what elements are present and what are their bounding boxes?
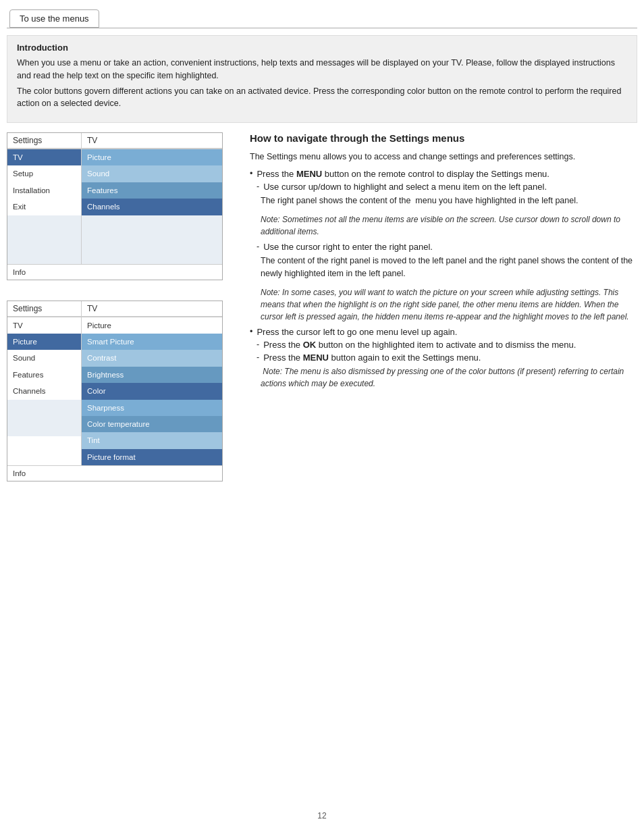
instruction-text-6: Press the cursor left to go one menu lev… bbox=[257, 327, 457, 337]
instruction-text-2: Use cursor up/down to highlight and sele… bbox=[263, 182, 547, 192]
menu1-right-panel: Picture Sound Features Channels bbox=[82, 149, 222, 264]
menu2-right-tint: Tint bbox=[82, 432, 222, 448]
bullet-sym-1: • bbox=[250, 169, 252, 179]
menu-diagram-2: Settings TV TV Picture Sound Features Ch… bbox=[7, 301, 223, 482]
menu2-left-channels: Channels bbox=[7, 383, 81, 399]
menu-diagram-1: Settings TV TV Setup Installation Exit P… bbox=[7, 132, 223, 280]
menu1-right-sound: Sound bbox=[82, 165, 222, 182]
instruction-dash-1: - Use cursor up/down to highlight and se… bbox=[257, 182, 637, 192]
right-column: How to navigate through the Settings men… bbox=[250, 132, 637, 502]
intro-title: Introduction bbox=[17, 43, 627, 53]
dash-sym-4: - bbox=[257, 353, 259, 363]
instruction-indent-2: The content of the right panel is moved … bbox=[261, 255, 637, 281]
menu1-right-empty3 bbox=[82, 240, 222, 252]
menu2-left-empty3 bbox=[7, 424, 81, 436]
dash-sym-2: - bbox=[257, 242, 259, 252]
menu1-header-right: TV bbox=[82, 133, 222, 149]
menu1-left-panel: TV Setup Installation Exit bbox=[7, 149, 82, 264]
menu2-header-right: TV bbox=[82, 301, 222, 317]
menu1-right-picture: Picture bbox=[82, 149, 222, 165]
menu1-left-empty4 bbox=[7, 252, 81, 264]
menu2-right-picture-format: Picture format bbox=[82, 449, 222, 465]
header-tab-label: To use the menus bbox=[20, 14, 89, 24]
menu1-left-installation: Installation bbox=[7, 182, 81, 199]
dash-sym-3: - bbox=[257, 340, 259, 350]
menu1-info: Info bbox=[7, 264, 222, 280]
menu2-left-sound: Sound bbox=[7, 350, 81, 366]
menu1-right-channels: Channels bbox=[82, 199, 222, 215]
menu2-right-brightness: Brightness bbox=[82, 367, 222, 383]
menu2-info: Info bbox=[7, 465, 222, 481]
menu2-right-color: Color bbox=[82, 383, 222, 399]
header-tab: To use the menus bbox=[9, 9, 99, 28]
menu1-right-features: Features bbox=[82, 182, 222, 199]
menu1-left-tv: TV bbox=[7, 149, 81, 165]
instruction-dash-3: - Press the OK button on the highlighted… bbox=[257, 340, 637, 350]
menu1-left-empty1 bbox=[7, 215, 81, 228]
top-divider bbox=[7, 28, 637, 28]
instruction-text-4: Use the cursor right to enter the right … bbox=[263, 242, 433, 252]
menu2-right-smart-picture: Smart Picture bbox=[82, 334, 222, 350]
menu2-left-panel: TV Picture Sound Features Channels bbox=[7, 317, 82, 466]
dash-sym-1: - bbox=[257, 182, 259, 192]
instruction-indent-1: The right panel shows the content of the… bbox=[261, 194, 637, 207]
menu2-left-features: Features bbox=[7, 367, 81, 383]
menu1-left-exit: Exit bbox=[7, 199, 81, 215]
menu2-left-tv: TV bbox=[7, 317, 81, 334]
right-section-desc: The Settings menu allows you to access a… bbox=[250, 151, 637, 163]
menu1-left-empty2 bbox=[7, 228, 81, 240]
instruction-note-1: Note: Sometimes not all the menu items a… bbox=[261, 213, 637, 238]
bullet-sym-2: • bbox=[250, 327, 252, 337]
instruction-text-7: Press the OK button on the highlighted i… bbox=[263, 340, 576, 350]
intro-section: Introduction When you use a menu or take… bbox=[7, 35, 637, 123]
menu2-right-sharpness: Sharpness bbox=[82, 400, 222, 416]
main-content: Settings TV TV Setup Installation Exit P… bbox=[7, 132, 637, 502]
instruction-dash-2: - Use the cursor right to enter the righ… bbox=[257, 242, 637, 252]
left-column: Settings TV TV Setup Installation Exit P… bbox=[7, 132, 236, 502]
menu2-header-left: Settings bbox=[7, 301, 82, 317]
menu1-left-empty3 bbox=[7, 240, 81, 252]
intro-para2: The color buttons govern different actio… bbox=[17, 85, 627, 111]
menu2-right-picture-label: Picture bbox=[82, 317, 222, 334]
menu2-left-picture: Picture bbox=[7, 334, 81, 350]
instruction-text-8: Press the MENU button again to exit the … bbox=[263, 353, 481, 363]
menu1-right-empty4 bbox=[82, 252, 222, 264]
instruction-bullet-1: • Press the MENU button on the remote co… bbox=[250, 169, 637, 179]
intro-para1: When you use a menu or take an action, c… bbox=[17, 57, 627, 82]
instruction-note-2: Note: In some cases, you will want to wa… bbox=[261, 286, 637, 323]
menu2-right-panel: Picture Smart Picture Contrast Brightnes… bbox=[82, 317, 222, 466]
menu2-left-empty2 bbox=[7, 412, 81, 424]
instruction-note-3: Note: The menu is also dismissed by pres… bbox=[261, 365, 637, 390]
menu2-right-contrast: Contrast bbox=[82, 350, 222, 366]
instruction-text-1: Press the MENU button on the remote cont… bbox=[257, 169, 549, 179]
menu2-right-color-temp: Color temperature bbox=[82, 416, 222, 432]
menu1-right-empty2 bbox=[82, 228, 222, 240]
menu1-right-empty1 bbox=[82, 215, 222, 228]
instruction-dash-4: - Press the MENU button again to exit th… bbox=[257, 353, 637, 363]
menu1-header-left: Settings bbox=[7, 133, 82, 149]
instruction-text-3: The right panel shows the content of the… bbox=[261, 194, 637, 207]
right-section-title: How to navigate through the Settings men… bbox=[250, 132, 637, 144]
menu1-left-setup: Setup bbox=[7, 165, 81, 182]
menu2-left-empty1 bbox=[7, 400, 81, 412]
instruction-bullet-2: • Press the cursor left to go one menu l… bbox=[250, 327, 637, 337]
page-number: 12 bbox=[0, 811, 644, 820]
instruction-text-5: The content of the right panel is moved … bbox=[261, 255, 637, 281]
